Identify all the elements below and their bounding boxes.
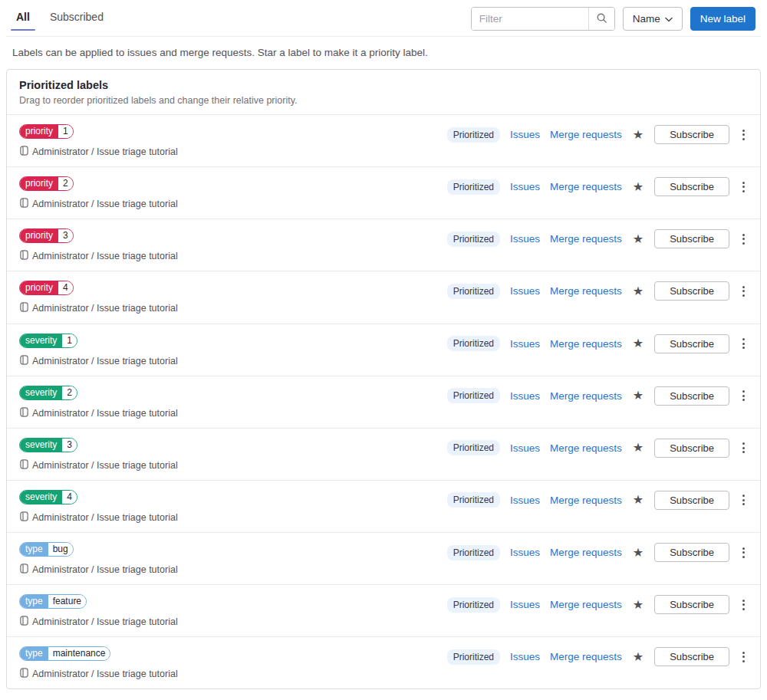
prioritized-badge: Prioritized [447,388,500,403]
scoped-label[interactable]: type bug [19,542,74,557]
label-row: type bug Administrator / Issue triage tu… [7,533,760,585]
star-icon[interactable]: ★ [632,337,644,350]
kebab-menu-icon[interactable] [739,232,748,246]
star-icon[interactable]: ★ [632,494,644,506]
scoped-label[interactable]: type maintenance [19,646,110,661]
star-icon[interactable]: ★ [632,389,644,402]
scoped-label[interactable]: priority 2 [19,176,74,191]
sort-dropdown[interactable]: Name [623,7,683,31]
kebab-menu-icon[interactable] [739,441,748,455]
subscribe-button[interactable]: Subscribe [654,281,729,301]
star-icon[interactable]: ★ [632,599,644,611]
issues-link[interactable]: Issues [510,651,540,662]
kebab-menu-icon[interactable] [739,284,748,298]
project-icon [19,667,29,682]
issues-link[interactable]: Issues [510,599,540,610]
labels-list: priority 1 Administrator / Issue triage … [7,115,760,688]
kebab-menu-icon[interactable] [739,546,748,560]
issues-link[interactable]: Issues [510,129,540,140]
card-title: Prioritized labels [19,79,748,91]
subscribe-button[interactable]: Subscribe [654,491,729,510]
label-info: severity 2 Administrator / Issue triage … [19,386,178,421]
star-icon[interactable]: ★ [632,547,644,559]
search-button[interactable] [588,8,614,30]
merge-requests-link[interactable]: Merge requests [550,233,622,245]
merge-requests-link[interactable]: Merge requests [550,495,622,506]
merge-requests-link[interactable]: Merge requests [550,181,622,192]
label-row: severity 2 Administrator / Issue triage … [7,376,760,429]
scoped-label[interactable]: type feature [19,594,87,609]
project-line: Administrator / Issue triage tutorial [19,406,178,421]
project-icon [19,563,29,577]
kebab-menu-icon[interactable] [739,128,748,142]
subscribe-button[interactable]: Subscribe [654,334,729,353]
project-line: Administrator / Issue triage tutorial [19,197,178,212]
subscribe-button[interactable]: Subscribe [654,125,729,144]
subscribe-button[interactable]: Subscribe [654,543,729,562]
star-icon[interactable]: ★ [632,442,644,454]
project-name: Administrator / Issue triage tutorial [32,249,178,263]
new-label-button[interactable]: New label [690,7,755,31]
project-line: Administrator / Issue triage tutorial [19,354,178,369]
merge-requests-link[interactable]: Merge requests [550,442,622,454]
scoped-label-key: severity [20,386,62,399]
issues-link[interactable]: Issues [510,338,540,350]
issues-link[interactable]: Issues [510,233,540,245]
issues-link[interactable]: Issues [510,181,540,192]
star-icon[interactable]: ★ [632,651,644,663]
star-icon[interactable]: ★ [632,181,644,193]
kebab-menu-icon[interactable] [739,598,748,612]
issues-link[interactable]: Issues [510,285,540,297]
subscribe-button[interactable]: Subscribe [654,595,729,614]
star-icon[interactable]: ★ [632,129,644,141]
star-icon[interactable]: ★ [632,285,644,297]
prioritized-badge: Prioritized [447,284,500,299]
subscribe-button[interactable]: Subscribe [654,386,729,406]
merge-requests-link[interactable]: Merge requests [550,338,622,350]
scoped-label[interactable]: severity 4 [19,490,77,504]
prioritized-badge: Prioritized [447,545,500,560]
scoped-label-key: severity [20,491,62,504]
kebab-menu-icon[interactable] [739,650,748,664]
subscribe-button[interactable]: Subscribe [654,439,729,458]
filter-input[interactable] [472,8,588,30]
tab-subscribed[interactable]: Subscribed [44,7,109,30]
project-name: Administrator / Issue triage tutorial [32,301,178,315]
scoped-label[interactable]: priority 1 [19,124,74,139]
scoped-label-value: 2 [58,177,73,190]
issues-link[interactable]: Issues [510,390,540,402]
scoped-label[interactable]: severity 3 [19,438,77,452]
project-name: Administrator / Issue triage tutorial [32,667,178,681]
scoped-label-key: priority [20,281,58,294]
merge-requests-link[interactable]: Merge requests [550,390,622,402]
scoped-label[interactable]: priority 3 [19,228,74,243]
scoped-label-value: 4 [62,491,77,504]
tab-all[interactable]: All [11,7,35,30]
merge-requests-link[interactable]: Merge requests [550,599,622,610]
project-icon [19,511,29,525]
merge-requests-link[interactable]: Merge requests [550,285,622,297]
issues-link[interactable]: Issues [510,547,540,558]
star-icon[interactable]: ★ [632,233,644,245]
kebab-menu-icon[interactable] [739,337,748,350]
subscribe-button[interactable]: Subscribe [654,647,729,666]
kebab-menu-icon[interactable] [739,389,748,403]
scoped-label-key: type [20,647,48,660]
subscribe-button[interactable]: Subscribe [654,177,729,196]
scoped-label-value: 1 [62,334,77,347]
label-row: priority 2 Administrator / Issue triage … [7,167,760,219]
kebab-menu-icon[interactable] [739,180,748,194]
sort-dropdown-label: Name [633,13,660,25]
merge-requests-link[interactable]: Merge requests [550,651,622,662]
subscribe-button[interactable]: Subscribe [654,229,729,248]
scoped-label[interactable]: priority 4 [19,281,74,295]
tab-bar: All Subscribed [6,7,114,30]
merge-requests-link[interactable]: Merge requests [550,547,622,558]
issues-link[interactable]: Issues [510,495,540,506]
kebab-menu-icon[interactable] [739,493,748,507]
prioritized-badge: Prioritized [447,127,500,143]
scoped-label[interactable]: severity 2 [19,386,77,400]
scoped-label[interactable]: severity 1 [19,334,77,348]
issues-link[interactable]: Issues [510,442,540,454]
merge-requests-link[interactable]: Merge requests [550,129,622,140]
